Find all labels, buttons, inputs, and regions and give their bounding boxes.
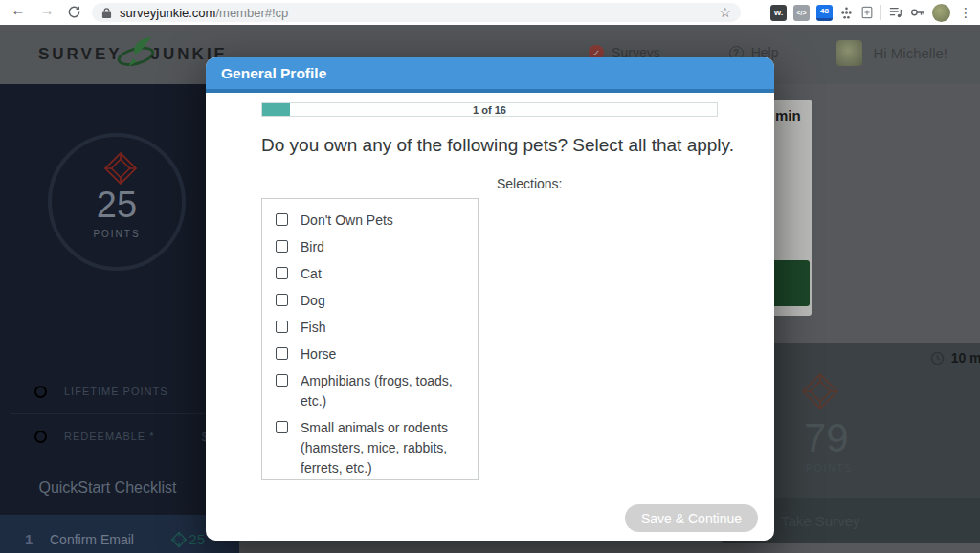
take-survey-label: Take Survey bbox=[781, 513, 860, 529]
gem-icon bbox=[802, 373, 838, 409]
redeemable-label: REDEEMABLE * bbox=[64, 431, 155, 442]
points-gem-icon bbox=[104, 152, 137, 185]
selections-label: Selections: bbox=[497, 176, 562, 191]
redeemable-dot-icon bbox=[34, 431, 47, 443]
points-circle: 25 POINTS bbox=[48, 133, 186, 271]
save-continue-button[interactable]: Save & Continue bbox=[625, 504, 758, 532]
url-text: surveyjunkie.com/member#!cp bbox=[120, 6, 288, 20]
pet-option[interactable]: Don't Own Pets bbox=[276, 210, 464, 231]
extension-wl-icon[interactable]: W. bbox=[770, 5, 787, 21]
survey-duration: min bbox=[775, 107, 801, 123]
checklist-step-label: Confirm Email bbox=[50, 532, 134, 547]
browser-profile-avatar[interactable] bbox=[932, 4, 950, 22]
extension-48-icon[interactable]: 48 bbox=[816, 5, 833, 21]
pet-option[interactable]: Cat bbox=[276, 264, 464, 284]
checkbox-icon[interactable] bbox=[276, 294, 288, 306]
checklist-item-confirm-email[interactable]: 1 Confirm Email 25 bbox=[0, 515, 239, 553]
header-divider bbox=[813, 38, 813, 67]
pet-option[interactable]: Horse bbox=[276, 344, 464, 365]
checkbox-icon[interactable] bbox=[276, 213, 288, 226]
browser-menu-icon[interactable]: ⋮ bbox=[957, 5, 974, 20]
modal-header: General Profile bbox=[206, 57, 774, 93]
user-avatar[interactable] bbox=[836, 40, 862, 66]
survey-points: 79 bbox=[804, 415, 849, 461]
points-value: 25 bbox=[52, 187, 182, 223]
survey-duration: 10 min bbox=[930, 350, 980, 365]
checklist-step-points: 25 bbox=[171, 531, 205, 547]
toolbar-divider bbox=[880, 5, 881, 20]
sidebar: 25 POINTS LIFETIME POINTS REDEEMABLE * $… bbox=[0, 84, 239, 553]
points-label: POINTS bbox=[52, 229, 182, 239]
pet-option[interactable]: Dog bbox=[276, 291, 464, 311]
pet-option[interactable]: Small animals or rodents (hamsters, mice… bbox=[276, 418, 464, 478]
pet-option[interactable]: Amphibians (frogs, toads, etc.) bbox=[276, 371, 464, 411]
address-bar[interactable]: surveyjunkie.com/member#!cp ☆ bbox=[92, 3, 741, 22]
lifetime-points-row[interactable]: LIFETIME POINTS bbox=[0, 379, 215, 404]
quickstart-title: QuickStart Checklist bbox=[0, 479, 215, 497]
checklist-step-number: 1 bbox=[25, 531, 38, 547]
checkbox-icon[interactable] bbox=[276, 240, 288, 253]
modal-title: General Profile bbox=[221, 57, 774, 89]
checkbox-icon[interactable] bbox=[276, 421, 288, 433]
browser-toolbar: ← → surveyjunkie.com/member#!cp ☆ W. </>… bbox=[0, 0, 980, 25]
extension-code-icon[interactable]: </> bbox=[793, 5, 810, 21]
reload-icon[interactable] bbox=[67, 5, 81, 19]
survey-points-label: POINTS bbox=[806, 463, 853, 474]
question-text: Do you own any of the following pets? Se… bbox=[261, 135, 734, 156]
lifetime-label: LIFETIME POINTS bbox=[64, 386, 168, 397]
clock-icon bbox=[930, 351, 945, 365]
bookmark-star-icon[interactable]: ☆ bbox=[719, 5, 731, 20]
surveyjunkie-logo[interactable]: SURVEY JUNKIE bbox=[38, 25, 228, 84]
extension-calc-icon[interactable] bbox=[860, 6, 874, 19]
pet-option[interactable]: Bird bbox=[276, 237, 464, 257]
lifetime-dot-icon bbox=[34, 386, 47, 398]
checkbox-icon[interactable] bbox=[276, 267, 288, 279]
pet-options-list: Don't Own Pets Bird Cat Dog Fish Horse A… bbox=[261, 198, 479, 480]
progress-bar: 1 of 16 bbox=[261, 102, 718, 117]
progress-label: 1 of 16 bbox=[262, 103, 717, 116]
checkbox-icon[interactable] bbox=[276, 347, 288, 360]
logo-text-left: SURVEY bbox=[38, 45, 122, 64]
extension-icons: W. </> 48 ⋮ bbox=[770, 0, 974, 25]
screen: ← → surveyjunkie.com/member#!cp ☆ W. </>… bbox=[0, 0, 980, 553]
key-icon[interactable] bbox=[910, 6, 925, 19]
redeemable-row[interactable]: REDEEMABLE * $0 bbox=[0, 424, 215, 449]
forward-icon[interactable]: → bbox=[36, 2, 57, 18]
general-profile-modal: General Profile 1 of 16 Do you own any o… bbox=[206, 57, 774, 541]
playlist-icon[interactable] bbox=[888, 6, 903, 19]
user-greeting[interactable]: Hi Michelle! bbox=[873, 45, 947, 61]
extension-dots-icon[interactable] bbox=[839, 6, 854, 20]
gem-teal-icon bbox=[171, 532, 187, 547]
pet-option[interactable]: Fish bbox=[276, 318, 464, 338]
checkbox-icon[interactable] bbox=[276, 374, 288, 387]
lock-icon bbox=[101, 7, 112, 19]
sidebar-divider bbox=[10, 413, 211, 414]
checkbox-icon[interactable] bbox=[276, 321, 288, 333]
back-icon[interactable]: ← bbox=[8, 2, 29, 18]
